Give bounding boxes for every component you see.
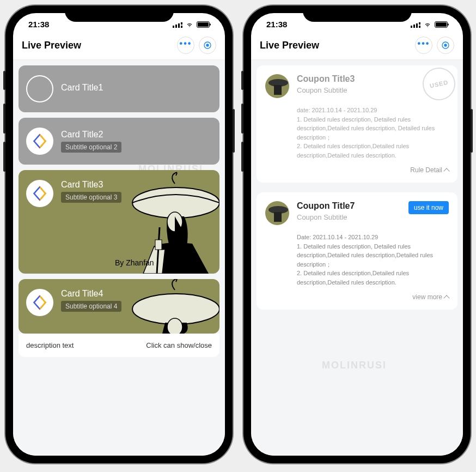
card-icon: [26, 180, 53, 207]
content-area[interactable]: MOLINRUSI USED Coupon Title3 Coupon Subt…: [251, 60, 463, 456]
svg-rect-12: [274, 85, 282, 95]
card-title: Card Title3: [61, 180, 212, 190]
page-title: Live Preview: [22, 40, 81, 51]
phone-frame-right: 21:38 Live Preview ••• MOLINRUSI USED: [243, 5, 471, 463]
coupon-date: Date: 2021.10.14 - 2021.10.29: [297, 233, 449, 242]
coupon-avatar: [265, 74, 289, 98]
phone-frame-left: 21:38 Live Preview ••• MOLINRUSI Card Ti…: [5, 5, 233, 463]
coupon-more-toggle[interactable]: view more: [297, 293, 449, 301]
card-title: Card Title2: [61, 130, 212, 140]
card-title: Card Title4: [61, 289, 212, 299]
coupon-title: Coupon Title7: [297, 201, 355, 211]
nav-header: Live Preview •••: [13, 31, 225, 60]
card-item[interactable]: Card Title2 Subtitle optional 2: [19, 118, 219, 165]
status-bar: 21:38: [251, 13, 463, 31]
card-icon: [26, 289, 53, 316]
more-button[interactable]: •••: [177, 37, 194, 54]
coupon-rules: 1. Detailed rules description, Detailed …: [297, 115, 449, 160]
nav-header: Live Preview •••: [251, 31, 463, 60]
use-button[interactable]: use it now: [408, 201, 449, 214]
coupon-more-label: view more: [412, 293, 442, 301]
coupon-subtitle: Coupon Subtitle: [297, 86, 355, 94]
svg-point-1: [206, 44, 209, 46]
status-time: 21:38: [266, 20, 287, 29]
content-area[interactable]: MOLINRUSI Card Title1 Card Title2 Subtit…: [13, 60, 225, 456]
footer-toggle: Click can show/close: [146, 341, 212, 349]
more-button[interactable]: •••: [415, 37, 432, 54]
logo-icon: [32, 185, 48, 202]
card-item[interactable]: Card Title4 Subtitle optional 4: [19, 279, 219, 334]
chevron-up-icon: [443, 168, 449, 174]
wifi-icon: [185, 21, 194, 28]
status-bar: 21:38: [13, 13, 225, 31]
coupon-rules: 1. Detailed rules description, Detailed …: [297, 242, 449, 287]
signal-icon: [173, 21, 182, 28]
svg-rect-5: [155, 240, 162, 250]
svg-text:By Zhanfan: By Zhanfan: [115, 258, 154, 267]
card-icon: [26, 75, 53, 102]
footer-desc: description text: [26, 341, 74, 349]
card-subtitle: Subtitle optional 4: [61, 301, 121, 312]
dots-icon: •••: [180, 39, 192, 49]
coupon-title: Coupon Title3: [297, 74, 355, 84]
coupon-item[interactable]: USED Coupon Title3 Coupon Subtitle date:…: [257, 65, 457, 183]
svg-point-10: [444, 44, 447, 46]
battery-icon: [197, 21, 210, 28]
svg-point-8: [167, 318, 182, 334]
close-target-icon: [441, 41, 450, 50]
logo-icon: [32, 133, 48, 149]
card-subtitle: Subtitle optional 3: [61, 192, 121, 203]
close-target-icon: [203, 41, 212, 50]
card-item[interactable]: Card Title3 Subtitle optional 3 By Zhanf…: [19, 170, 219, 274]
page-title: Live Preview: [260, 40, 319, 51]
coupon-avatar: [265, 201, 289, 225]
card-subtitle: Subtitle optional 2: [61, 142, 121, 153]
svg-rect-14: [274, 212, 282, 222]
card-icon: [26, 128, 53, 155]
signal-icon: [411, 21, 420, 28]
logo-icon: [32, 294, 48, 311]
coupon-item[interactable]: Coupon Title7 Coupon Subtitle use it now…: [257, 192, 457, 310]
card-item[interactable]: Card Title1: [19, 65, 219, 112]
dots-icon: •••: [418, 39, 430, 49]
coupon-more-label: Rule Detail: [410, 166, 442, 174]
close-button[interactable]: [437, 37, 454, 54]
card-footer[interactable]: description text Click can show/close: [19, 334, 219, 357]
close-button[interactable]: [199, 37, 216, 54]
battery-icon: [435, 21, 448, 28]
coupon-subtitle: Coupon Subtitle: [297, 213, 355, 221]
card-title: Card Title1: [61, 83, 212, 93]
coupon-more-toggle[interactable]: Rule Detail: [297, 166, 449, 174]
wifi-icon: [423, 21, 432, 28]
chevron-up-icon: [443, 295, 449, 301]
coupon-date: date: 2021.10.14 - 2021.10.29: [297, 106, 449, 115]
status-time: 21:38: [28, 20, 49, 29]
watermark: MOLINRUSI: [322, 360, 387, 371]
